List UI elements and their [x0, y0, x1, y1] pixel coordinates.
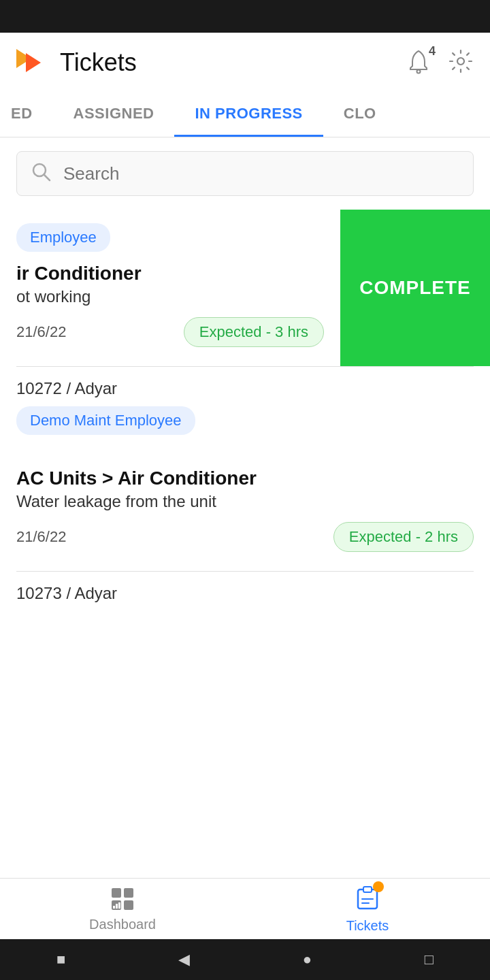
settings-button[interactable] [448, 48, 474, 77]
complete-button-1[interactable]: COMPLETE [340, 210, 490, 366]
dashboard-icon [109, 885, 136, 913]
employee-badge-1: Employee [16, 223, 110, 252]
ticket-location-2: 10273 / Adyar [16, 584, 474, 603]
android-back-btn[interactable]: ◀ [178, 951, 190, 968]
gear-icon [448, 48, 474, 74]
svg-rect-14 [363, 887, 372, 892]
ticket-location-1: 10272 / Adyar [16, 379, 474, 398]
ticket-subtitle-1: ot working [16, 287, 324, 306]
tab-assigned[interactable]: ASSIGNED [53, 93, 175, 137]
android-nav-bar: ■ ◀ ● □ [0, 939, 490, 980]
ticket-subtitle-2: Water leakage from the unit [16, 492, 474, 511]
header: Tickets 4 [0, 33, 490, 93]
android-recents-btn[interactable]: □ [425, 951, 434, 968]
ticket-title-2: AC Units > Air Conditioner [16, 468, 474, 489]
nav-tickets-label: Tickets [346, 918, 389, 934]
search-icon [31, 161, 52, 183]
svg-rect-9 [124, 900, 133, 910]
ticket-date-2: 21/6/22 [16, 528, 66, 546]
nav-tickets[interactable]: Tickets [245, 879, 490, 939]
tab-closed-partial[interactable]: ED [0, 93, 53, 137]
svg-rect-10 [113, 906, 115, 909]
android-home-btn[interactable]: ● [303, 951, 312, 968]
svg-rect-11 [116, 904, 118, 909]
search-bar[interactable] [16, 151, 474, 196]
svg-rect-7 [124, 888, 133, 898]
expected-badge-1: Expected - 3 hrs [184, 317, 324, 347]
android-square-btn[interactable]: ■ [56, 951, 65, 968]
expected-badge-2: Expected - 2 hrs [333, 522, 474, 552]
nav-dashboard[interactable]: Dashboard [0, 879, 245, 939]
ticket-date-1: 21/6/22 [16, 323, 66, 341]
bell-icon [406, 48, 431, 74]
bottom-nav: Dashboard Tickets [0, 878, 490, 939]
ticket-list: Employee ir Conditioner ot working 21/6/… [0, 210, 490, 617]
search-icon-wrap [31, 161, 52, 186]
tabs-bar: ED ASSIGNED IN PROGRESS CLO [0, 93, 490, 137]
svg-point-3 [457, 58, 464, 65]
svg-marker-1 [26, 53, 41, 72]
svg-point-2 [417, 70, 421, 74]
nav-dashboard-label: Dashboard [89, 917, 156, 932]
notification-bell[interactable]: 4 [406, 48, 431, 77]
employee-badge-2: Demo Maint Employee [16, 406, 195, 435]
status-bar [0, 0, 490, 33]
header-title: Tickets [60, 48, 137, 77]
logo-icon [16, 49, 49, 76]
svg-line-5 [44, 175, 50, 181]
notification-count: 4 [429, 44, 436, 59]
ticket-location-row-1: 10272 / Adyar Demo Maint Employee [0, 367, 490, 454]
tab-inprogress[interactable]: IN PROGRESS [174, 93, 323, 137]
ticket-card-1[interactable]: Employee ir Conditioner ot working 21/6/… [0, 210, 490, 366]
tab-clo-partial[interactable]: CLO [323, 93, 397, 137]
ticket-location-row-2: 10273 / Adyar [0, 572, 490, 617]
ticket-card-2[interactable]: AC Units > Air Conditioner Water leakage… [0, 454, 490, 571]
tickets-dot [373, 881, 384, 892]
svg-rect-6 [112, 888, 121, 898]
search-input[interactable] [63, 163, 459, 184]
ticket-title-1: ir Conditioner [16, 263, 324, 284]
complete-label-1: COMPLETE [359, 277, 471, 299]
svg-rect-12 [118, 902, 120, 909]
